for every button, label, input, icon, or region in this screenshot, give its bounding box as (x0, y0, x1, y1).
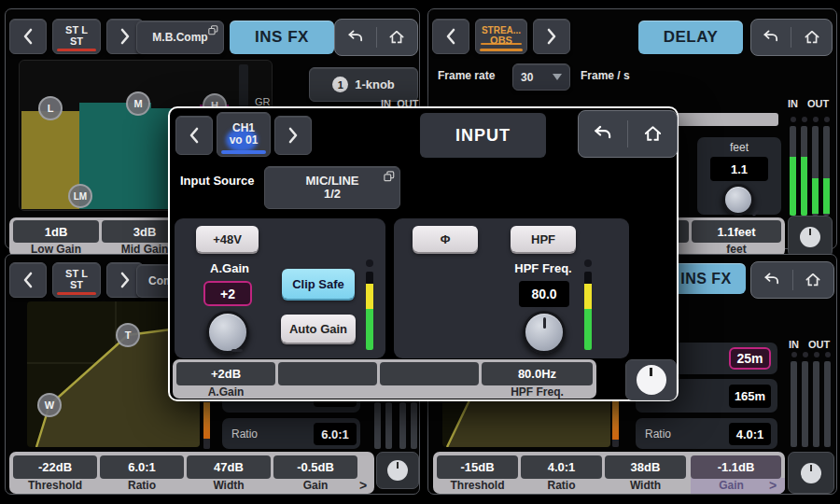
meter-bar (399, 402, 406, 449)
width-marker[interactable]: W (37, 393, 62, 417)
channel-select-button[interactable]: CH1 vo 01 (217, 112, 271, 157)
footer-value: 38dB (631, 460, 661, 474)
divider (376, 27, 377, 49)
ratio-value-box[interactable]: 4.0:1 (729, 423, 771, 445)
phantom-48v-button[interactable]: +48V (196, 226, 259, 252)
input-source-line2: 1/2 (324, 188, 341, 201)
one-knob-label: 1-knob (355, 77, 395, 91)
footer-cell-gain[interactable]: -1.1dB (691, 455, 781, 479)
hpf-freq-value-box[interactable]: 80.0 (519, 281, 569, 307)
meter-bar (385, 402, 392, 449)
channel-select-button[interactable]: ST L ST (52, 19, 101, 54)
footer-cell-again[interactable]: +2dB (176, 362, 275, 385)
attack-value-box[interactable]: 25m (729, 347, 771, 370)
undo-icon[interactable] (583, 111, 623, 157)
band-marker-mid[interactable]: M (126, 91, 150, 116)
prev-channel-button[interactable] (9, 19, 47, 54)
peak-dot (814, 352, 819, 357)
out-meter-1 (813, 361, 819, 447)
release-value-box[interactable]: 165m (729, 385, 771, 408)
footer-label: HPF Freq. (482, 385, 593, 399)
footer-cell-ratio[interactable]: 6.0:1 (100, 455, 184, 479)
clip-safe-button[interactable]: Clip Safe (282, 269, 355, 299)
footer-cell-2[interactable] (278, 362, 377, 385)
param-footer: -22dB 6.0:1 47dB -0.5dB Threshold Ratio … (9, 452, 374, 494)
footer-knob-button[interactable] (376, 452, 419, 489)
channel-color-bar (57, 292, 96, 295)
delay-param-value[interactable]: 1.1 (710, 157, 768, 181)
footer-label: Threshold (13, 479, 97, 492)
footer-cell-lowgain[interactable]: 1dB (13, 220, 99, 243)
footer-knob-button[interactable] (788, 216, 833, 258)
footer-cell-width[interactable]: 38dB (605, 455, 686, 479)
param-footer: +2dB 80.0Hz A.Gain HPF Freq. (173, 359, 596, 399)
band-marker-lowmid[interactable]: LM (68, 184, 92, 208)
footer-cell-threshold[interactable]: -15dB (437, 455, 518, 479)
in-meter-2 (802, 361, 808, 447)
channel-select-button[interactable]: STREA... OBS (475, 19, 527, 54)
peak-dot (802, 117, 807, 122)
footer-knob-button[interactable] (788, 452, 834, 494)
ratio-value-box[interactable]: 6.0:1 (314, 423, 357, 445)
footer-cell-feet[interactable]: 1.1feet (692, 220, 781, 243)
knob-icon (800, 227, 820, 247)
footer-cell-gain[interactable]: -0.5dB (273, 455, 357, 479)
footer-cell-ratio[interactable]: 4.0:1 (521, 455, 602, 479)
prev-channel-button[interactable] (432, 19, 469, 54)
chevron-down-icon (553, 74, 562, 80)
screen-select-button[interactable]: M.B.Comp (136, 21, 224, 54)
undo-icon[interactable] (339, 20, 371, 55)
value-text: 165m (735, 389, 765, 403)
auto-gain-button[interactable]: Auto Gain (281, 315, 356, 343)
frame-rate-label: Frame rate (438, 69, 495, 82)
footer-knob-button[interactable] (625, 359, 677, 400)
knob-icon (637, 365, 666, 395)
footer-cell-threshold[interactable]: -22dB (13, 455, 97, 479)
channel-select-button[interactable]: ST L ST (52, 262, 101, 298)
footer-more-chevron[interactable]: > (356, 478, 371, 493)
popup-title-text: INPUT (455, 126, 511, 146)
input-source-label: Input Source (180, 174, 254, 188)
channel-name2: ST (70, 36, 83, 48)
prev-channel-button[interactable] (175, 116, 213, 155)
phase-button[interactable]: Φ (413, 226, 478, 252)
threshold-marker[interactable]: T (116, 323, 140, 347)
footer-label: Gain (273, 479, 357, 492)
footer-cell-hpffreq[interactable]: 80.0Hz (482, 362, 593, 385)
band-marker-low[interactable]: L (38, 96, 63, 120)
home-icon[interactable] (381, 20, 413, 55)
out-label: OUT (807, 98, 829, 109)
home-icon[interactable] (633, 111, 672, 157)
footer-cell-3[interactable] (380, 362, 479, 385)
hpf-button[interactable]: HPF (511, 226, 576, 252)
hpf-knob[interactable] (523, 311, 566, 354)
footer-label: Gain (691, 479, 772, 492)
delay-knob[interactable] (722, 184, 754, 216)
channel-name2: OBS (490, 35, 512, 47)
one-knob-button[interactable]: 1 1-knob (309, 67, 418, 102)
peak-dot (825, 352, 831, 357)
input-level-meter (366, 272, 373, 350)
home-icon[interactable] (796, 20, 828, 55)
undo-icon[interactable] (755, 262, 788, 298)
again-knob[interactable] (206, 311, 249, 354)
footer-cell-width[interactable]: 47dB (187, 455, 271, 479)
next-channel-button[interactable] (533, 19, 570, 54)
undo-icon[interactable] (755, 20, 787, 55)
marker-label: W (45, 399, 54, 411)
in-label: IN (789, 339, 799, 350)
input-source-button[interactable]: MIC/LINE 1/2 (264, 166, 400, 209)
phantom-label: +48V (213, 232, 242, 246)
prev-channel-button[interactable] (9, 262, 47, 298)
home-icon[interactable] (797, 262, 830, 298)
hpf-section: Φ HPF HPF Freq. 80.0 (394, 218, 629, 358)
peak-dot (791, 352, 797, 357)
divider (791, 27, 791, 49)
frame-rate-value: 30 (521, 71, 533, 84)
next-channel-button[interactable] (274, 116, 312, 155)
footer-more-chevron[interactable]: > (765, 478, 780, 493)
peak-dot (824, 117, 830, 122)
again-value-box[interactable]: +2 (203, 281, 252, 306)
frame-rate-dropdown[interactable]: 30 (512, 63, 570, 91)
out-meter-2 (823, 126, 830, 216)
